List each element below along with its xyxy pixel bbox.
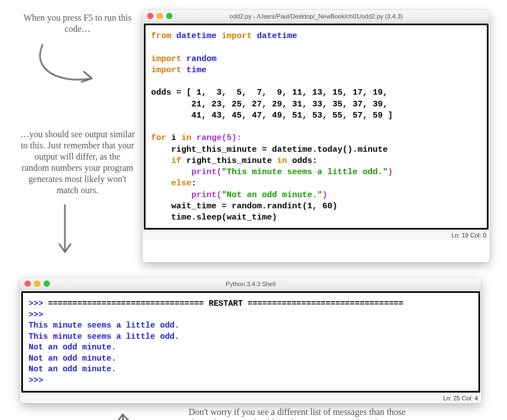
restart-banner: ================================ RESTART… [48,299,403,308]
output-line: Not an odd minute. [29,354,116,363]
code: right_this_minute [181,156,277,166]
editor-titlebar[interactable]: odd2.py - /Users/Paul/Desktop/_NewBook/c… [143,10,490,22]
keyword-in: in [277,156,287,166]
variable: i [171,133,176,143]
arrow-icon [95,407,179,421]
indent [151,156,171,166]
indent [151,179,171,188]
annotation-middle: …you should see output similar to this. … [20,129,135,196]
output-line: Not an odd minute. [29,365,116,374]
keyword-from: from [151,31,171,41]
output-line: This minute seems a little odd. [29,332,180,341]
string-literal: "This minute seems a little odd." [222,167,388,177]
paren: ) [388,167,393,177]
editor-window: odd2.py - /Users/Paul/Desktop/_NewBook/c… [143,10,490,262]
minimize-icon[interactable] [157,13,163,19]
maximize-icon[interactable] [166,13,172,19]
code-line: 41, 43, 45, 47, 49, 51, 53, 55, 57, 59 ] [151,111,393,120]
output-line: This minute seems a little odd. [29,321,180,330]
code-line: wait_time = random.randint(1, 60) [151,202,337,211]
builtin-range: range(5): [196,133,242,143]
editor-title: odd2.py - /Users/Paul/Desktop/_NewBook/c… [143,13,490,20]
arrow-icon [20,39,110,95]
keyword-for: for [151,133,166,143]
code-line: odds = [ 1, 3, 5, 7, 9, 11, 13, 15, 17, … [151,88,388,97]
annotation-top: When you press F5 to run this code… [20,12,135,35]
annotation-bottom: Don't worry if you see a different list … [189,407,412,421]
builtin-print: print( [151,167,222,177]
keyword-else: else [171,179,191,188]
shell-statusbar: Ln: 25 Col: 4 [20,394,481,403]
module-name: random [186,54,217,64]
prompt: >>> [29,376,48,385]
prompt: >>> [29,310,48,319]
keyword-if: if [171,156,181,166]
shell-titlebar[interactable]: Python 3.4.3 Shell [20,278,481,290]
keyword-import: import [222,31,252,41]
output-line: Not an odd minute. [29,343,116,352]
code-line: right_this_minute = datetime.today().min… [151,145,388,155]
module-name: time [186,66,206,75]
shell-title: Python 3.4.3 Shell [20,281,481,287]
code: odds: [287,156,317,166]
module-name: datetime [176,31,217,41]
colon: : [191,179,196,188]
keyword-import: import [151,54,181,64]
close-icon[interactable] [147,13,153,19]
minimize-icon[interactable] [34,281,40,287]
code-line: 21, 23, 25, 27, 29, 31, 33, 35, 37, 39, [151,100,388,109]
keyword-in: in [181,133,191,143]
maximize-icon[interactable] [44,281,50,287]
editor-statusbar: Ln: 19 Col: 0 [143,231,490,240]
code-line: time.sleep(wait_time) [151,213,277,222]
keyword-import: import [151,66,181,75]
editor-code[interactable]: from datetime import datetime import ran… [144,24,489,230]
shell-window: Python 3.4.3 Shell >>> =================… [20,278,481,403]
symbol: datetime [257,31,297,41]
prompt: >>> [29,299,48,308]
builtin-print: print( [151,190,222,200]
string-literal: "Not an odd minute." [222,190,322,200]
close-icon[interactable] [25,281,31,287]
shell-output[interactable]: >>> ================================ RES… [21,291,480,393]
arrow-down-icon [20,200,110,262]
paren: ) [322,190,327,200]
